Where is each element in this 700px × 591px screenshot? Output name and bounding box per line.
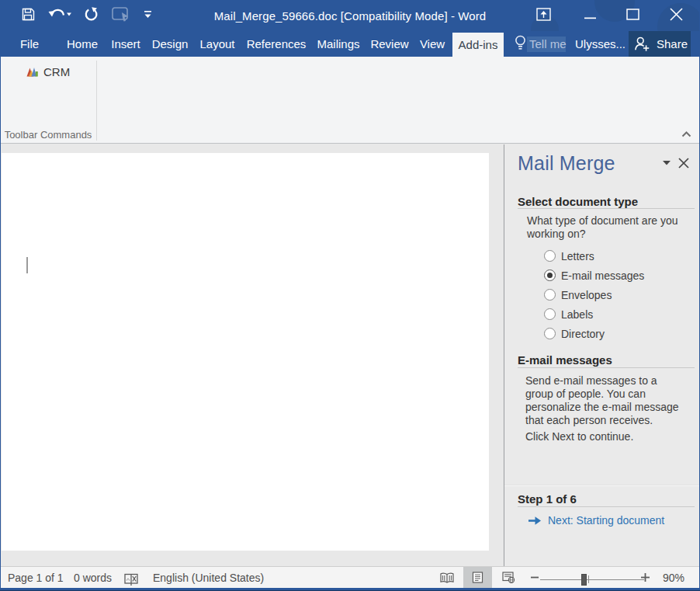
window-border-bottom — [0, 588, 700, 591]
document-type-options: Letters E-mail messages Envelopes Labels… — [544, 246, 644, 343]
crm-icon — [26, 65, 40, 78]
word-window: Mail_Merge_59666.doc [Compatibility Mode… — [0, 0, 700, 591]
page-count-status[interactable]: Page 1 of 1 — [8, 567, 64, 588]
radio-directory[interactable]: Directory — [544, 324, 644, 343]
document-area: Mail Merge Select document type What typ… — [0, 144, 700, 566]
pane-title: Mail Merge — [518, 152, 615, 175]
zoom-level[interactable]: 90% — [658, 567, 689, 588]
maximize-button[interactable] — [620, 0, 645, 31]
chevron-down-icon — [663, 161, 671, 165]
share-person-icon — [634, 35, 651, 53]
click-next-note: Click Next to continue. — [525, 430, 633, 443]
read-mode-button[interactable] — [432, 567, 461, 588]
tell-me-box[interactable]: Tell me — [509, 31, 527, 57]
lightbulb-icon — [514, 34, 527, 54]
proofing-error-icon — [124, 573, 139, 586]
radio-button — [544, 289, 556, 301]
zoom-out-button[interactable] — [528, 567, 542, 588]
divider — [518, 367, 695, 368]
pane-close-icon — [678, 158, 689, 169]
tab-insert[interactable]: Insert — [111, 31, 140, 57]
ribbon-display-options-icon — [536, 8, 551, 24]
divider — [518, 208, 695, 209]
print-layout-icon — [472, 572, 483, 583]
radio-email-messages[interactable]: E-mail messages — [544, 266, 644, 285]
radio-letters[interactable]: Letters — [544, 246, 644, 266]
window-border-left — [0, 0, 1, 591]
radio-button — [544, 308, 556, 320]
mail-merge-task-pane: Mail Merge Select document type What typ… — [504, 144, 699, 566]
web-layout-button[interactable] — [494, 567, 523, 588]
tab-mailings[interactable]: Mailings — [317, 31, 359, 57]
ribbon-group-separator — [96, 61, 97, 141]
select-document-type-heading: Select document type — [518, 195, 638, 208]
minimize-button[interactable] — [578, 0, 601, 31]
web-layout-icon — [502, 572, 515, 583]
document-type-question: What type of document are you working on… — [527, 214, 678, 241]
close-icon — [670, 8, 683, 24]
email-messages-description: Send e-mail messages to a group of peopl… — [525, 374, 679, 427]
share-label: Share — [657, 31, 688, 57]
ribbon-group-label: Toolbar Commands — [0, 129, 96, 141]
ribbon: CRM Toolbar Commands — [0, 57, 700, 144]
pane-menu-button[interactable] — [661, 158, 672, 168]
tab-references[interactable]: References — [247, 31, 307, 57]
zoom-out-icon — [531, 576, 539, 579]
radio-envelopes[interactable]: Envelopes — [544, 285, 644, 304]
language-status[interactable]: English (United States) — [153, 567, 264, 588]
ribbon-tab-row: File Home Insert Design Layout Reference… — [0, 31, 700, 57]
minimize-icon — [584, 9, 596, 23]
pane-close-button[interactable] — [676, 155, 691, 171]
zoom-slider-center-tick — [588, 575, 589, 583]
zoom-in-button[interactable] — [638, 567, 652, 588]
account-user-name[interactable]: Ulysses... — [575, 31, 622, 57]
radio-button — [544, 328, 556, 339]
pane-bottom-separator — [504, 485, 700, 486]
step-heading: Step 1 of 6 — [518, 492, 577, 506]
zoom-in-icon — [641, 573, 650, 582]
next-arrow-icon — [528, 516, 542, 526]
ribbon-display-options-button[interactable] — [530, 0, 556, 31]
print-layout-button[interactable] — [463, 567, 492, 588]
radio-button — [544, 250, 556, 262]
read-mode-icon — [440, 572, 454, 583]
email-messages-heading: E-mail messages — [518, 353, 612, 367]
radio-button — [544, 269, 556, 281]
zoom-slider-track[interactable] — [540, 579, 644, 580]
next-link-label: Next: Starting document — [548, 514, 664, 527]
next-step-link[interactable]: Next: Starting document — [528, 513, 664, 528]
title-bar: Mail_Merge_59666.doc [Compatibility Mode… — [0, 0, 700, 31]
tab-view[interactable]: View — [420, 31, 445, 57]
tab-design[interactable]: Design — [152, 31, 189, 57]
crm-label: CRM — [43, 65, 70, 78]
tab-layout[interactable]: Layout — [199, 31, 234, 57]
tab-add-ins[interactable]: Add-ins — [452, 33, 504, 57]
tab-file[interactable]: File — [20, 31, 39, 57]
document-page[interactable] — [2, 153, 489, 551]
crm-button[interactable]: CRM — [26, 61, 70, 82]
status-bar: Page 1 of 1 0 words English (United Stat… — [0, 566, 700, 588]
chevron-up-icon — [681, 131, 691, 137]
tab-home[interactable]: Home — [67, 31, 98, 57]
radio-labels[interactable]: Labels — [544, 304, 644, 324]
share-button[interactable]: Share — [629, 31, 691, 57]
tell-me-label: Tell me — [529, 31, 567, 57]
collapse-ribbon-button[interactable] — [675, 127, 697, 142]
maximize-icon — [626, 9, 639, 23]
divider — [518, 506, 695, 507]
word-count-status[interactable]: 0 words — [74, 567, 112, 588]
zoom-slider-thumb[interactable] — [581, 574, 587, 586]
tab-review[interactable]: Review — [370, 31, 408, 57]
text-cursor — [26, 257, 28, 273]
close-button[interactable] — [664, 0, 688, 31]
